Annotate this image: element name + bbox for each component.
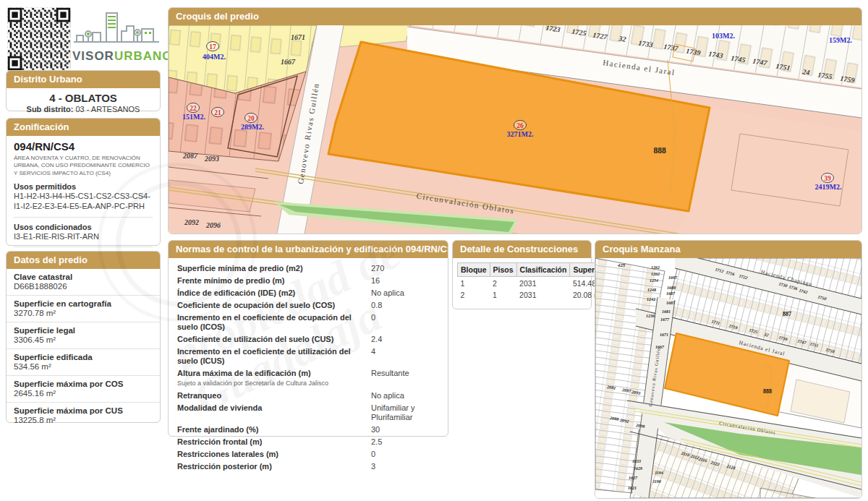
usos-permitidos-label: Usos permitidos bbox=[14, 182, 153, 191]
panel-normas: Normas de control de la urbanización y e… bbox=[168, 240, 448, 437]
svg-text:1621: 1621 bbox=[628, 486, 637, 490]
area-label: 103M2. bbox=[712, 32, 735, 40]
svg-text:1190: 1190 bbox=[652, 479, 661, 484]
svg-text:1689: 1689 bbox=[667, 286, 676, 290]
building-number: 888 bbox=[763, 388, 772, 395]
table-row: 21 203120.08 m² bbox=[458, 288, 613, 300]
svg-text:1262: 1262 bbox=[651, 265, 660, 270]
house-number: 2087 bbox=[182, 152, 198, 160]
svg-text:1242: 1242 bbox=[647, 297, 655, 301]
svg-text:32: 32 bbox=[618, 34, 627, 43]
datos-row: Superficie en cartografía 3270.78 m² bbox=[7, 296, 160, 322]
svg-text:26: 26 bbox=[516, 122, 524, 129]
logo-wordmark: VISORURBANO bbox=[72, 49, 161, 64]
zonificacion-description: ÁREA NOVENTA Y CUATRO, DE RENOVACIÓN URB… bbox=[14, 155, 153, 177]
house-number: 1667 bbox=[281, 58, 296, 66]
distrito-header: Distrito Urbano bbox=[7, 71, 160, 88]
norma-row: Altura máxima de la edificación (m)Sujet… bbox=[169, 367, 448, 390]
norma-row: Incremento en el coeficiente de ocupació… bbox=[169, 312, 448, 333]
croquis-manzana-map: Hacienda Chapingo Hacienda el Jaral Geno… bbox=[595, 258, 861, 498]
svg-text:1671: 1671 bbox=[660, 333, 668, 337]
norma-row: RetranqueoNo aplica bbox=[169, 390, 448, 402]
svg-text:1687: 1687 bbox=[666, 291, 676, 296]
svg-text:20: 20 bbox=[247, 115, 255, 122]
usos-permitidos-value: H1-H2-H3-H4-H5-CS1-CS2-CS3-CS4-I1-I2-E2-… bbox=[14, 192, 153, 212]
norma-row: Restricción posterior (m)3 bbox=[169, 461, 448, 473]
usos-condicionados-label: Usos condicionados bbox=[14, 223, 153, 231]
qr-code bbox=[6, 6, 72, 72]
datos-row: Superficie edificada 534.56 m² bbox=[7, 349, 160, 376]
panel-datos-predio: Datos del predio Clave catastral D66B188… bbox=[6, 251, 161, 423]
svg-text:1667: 1667 bbox=[655, 345, 665, 349]
svg-text:1677: 1677 bbox=[660, 317, 670, 322]
norma-row: Coeficiente de ocupación del suelo (COS)… bbox=[169, 299, 448, 312]
col-bloque: Bloque bbox=[458, 263, 490, 277]
block-number: 887 bbox=[783, 311, 791, 317]
svg-text:404M2.: 404M2. bbox=[203, 53, 226, 61]
subdistrito: Sub distrito: 03 - ARTESANOS bbox=[11, 105, 156, 114]
svg-text:1629: 1629 bbox=[634, 466, 642, 471]
city-skyline-icon bbox=[74, 10, 159, 48]
norma-row: Restricciones laterales (m)0 bbox=[169, 448, 448, 461]
building-number: 888 bbox=[653, 146, 666, 155]
construcciones-header: Detalle de Construcciones bbox=[453, 241, 591, 258]
col-clasificacion: Clasificación bbox=[516, 263, 570, 277]
divider bbox=[14, 247, 153, 247]
svg-text:1262: 1262 bbox=[651, 272, 660, 276]
svg-text:289M2.: 289M2. bbox=[241, 123, 264, 131]
svg-text:22: 22 bbox=[190, 105, 197, 112]
panel-croquis-manzana: Croquis Manzana bbox=[595, 240, 862, 499]
house-number: 2093 bbox=[204, 155, 219, 163]
norma-row: Frente mínimo de predio (m)16 bbox=[169, 275, 448, 287]
zonificacion-code: 094/RN/CS4 bbox=[14, 140, 153, 153]
norma-note: Sujeto a validación por Secretaría de Cu… bbox=[177, 379, 371, 388]
visor-urbano-logo: VISORURBANO bbox=[72, 10, 161, 64]
svg-text:1194: 1194 bbox=[655, 471, 663, 475]
svg-text:1687: 1687 bbox=[666, 301, 676, 305]
norma-row: Coeficiente de utilización del suelo (CU… bbox=[169, 333, 448, 346]
svg-text:1236: 1236 bbox=[646, 314, 655, 318]
svg-text:1697: 1697 bbox=[668, 275, 678, 280]
croquis-predio-header: Croquis del predio bbox=[169, 8, 861, 25]
usos-condicionados-value: I3-E1-RIE-RIS-RIT-ARN bbox=[14, 232, 153, 242]
norma-row: Índice de edificación (IDE) (m2)No aplic… bbox=[169, 287, 448, 299]
datos-row: Superficie máxima por COS 2645.16 m² bbox=[7, 376, 160, 403]
norma-row: Restricción frontal (m)2.5 bbox=[169, 436, 448, 448]
panel-croquis-predio: Croquis del predio bbox=[168, 7, 862, 234]
datos-row: Superficie legal 3306.45 m² bbox=[7, 322, 160, 349]
svg-text:2419M2.: 2419M2. bbox=[815, 183, 842, 191]
svg-text:21: 21 bbox=[214, 109, 221, 116]
svg-text:3271M2.: 3271M2. bbox=[507, 130, 534, 138]
house-number: 425 bbox=[617, 262, 626, 268]
svg-text:1248: 1248 bbox=[647, 288, 656, 292]
panel-zonificacion: Zonificación 094/RN/CS4 ÁREA NOVENTA Y C… bbox=[6, 118, 161, 246]
panel-distrito-urbano: Distrito Urbano 4 - OBLATOS Sub distrito… bbox=[6, 70, 161, 111]
svg-text:17: 17 bbox=[209, 43, 216, 51]
svg-text:1681: 1681 bbox=[662, 309, 671, 314]
croquis-predio-map: Hacienda el Jaral Genovevo Rivas Guillén… bbox=[169, 25, 861, 234]
datos-header: Datos del predio bbox=[7, 252, 160, 269]
table-row: 12 2031514.48 m² bbox=[458, 277, 613, 289]
svg-text:1633: 1633 bbox=[632, 459, 641, 463]
house-number: 2092 bbox=[184, 218, 199, 226]
norma-row: Modalidad de viviendaUnifamiliar y Pluri… bbox=[169, 402, 448, 424]
zonificacion-header: Zonificación bbox=[7, 119, 160, 136]
svg-text:1254: 1254 bbox=[650, 278, 658, 283]
norma-row: Superficie mínima de predio (m2)270 bbox=[169, 262, 448, 275]
datos-row: Clave catastral D66B1888026 bbox=[7, 269, 160, 296]
construcciones-table: Bloque Pisos Clasificación Superficie 12… bbox=[457, 262, 613, 300]
svg-text:1627: 1627 bbox=[629, 476, 638, 480]
normas-header: Normas de control de la urbanización y e… bbox=[169, 241, 448, 258]
distrito-name: 4 - OBLATOS bbox=[11, 92, 156, 104]
area-label: 159M2. bbox=[829, 36, 852, 44]
col-pisos: Pisos bbox=[490, 263, 516, 277]
norma-row: Frente ajardinado (%)30 bbox=[169, 424, 448, 436]
page: { "app": {"logo_visor": "VISOR", "logo_u… bbox=[0, 0, 868, 501]
svg-text:151M2.: 151M2. bbox=[182, 113, 205, 121]
panel-construcciones: Detalle de Construcciones Bloque Pisos C… bbox=[452, 240, 592, 309]
croquis-manzana-header: Croquis Manzana bbox=[595, 241, 861, 258]
svg-text:24: 24 bbox=[801, 67, 811, 77]
house-number: 2096 bbox=[205, 221, 221, 229]
divider bbox=[14, 217, 153, 218]
norma-row: Incremento en el coeficiente de utilizac… bbox=[169, 346, 448, 367]
